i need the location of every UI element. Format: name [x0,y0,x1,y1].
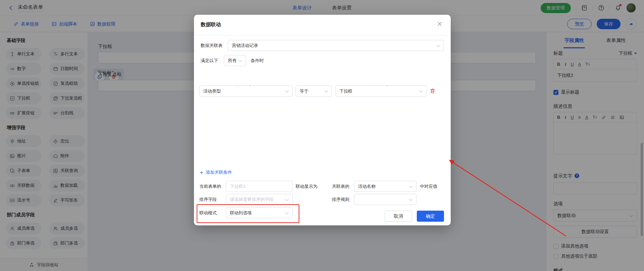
modal-title: 数据联动 [201,21,221,28]
divider [194,35,451,35]
condition-form-field-select[interactable]: 下拉框 [335,86,427,97]
chevron-down-icon [285,197,289,201]
match-prefix-label: 满足以下 [201,55,218,66]
form-designer-app: 未命名表单 表单设计表单设置 数据管理 表单链接后端脚本数据权限 预览 保存 基… [0,0,644,271]
sort-field-select[interactable]: 请选择需要排序的字段 [226,194,293,205]
condition-operator-select[interactable]: 等于 [296,86,332,97]
current-form-field-input[interactable] [226,181,293,192]
current-form-label: 当前表单的 [199,181,221,192]
chevron-down-icon [285,89,289,92]
match-mode-select[interactable]: 所有 [224,55,246,66]
chevron-down-icon [238,58,242,62]
display-as-label: 联动显示为 [296,181,317,192]
cancel-button[interactable]: 取消 [385,211,412,222]
delete-condition-button[interactable] [430,88,436,94]
confirm-button[interactable]: 确定 [417,211,444,222]
display-field-select[interactable]: 活动名称 [354,181,416,192]
sort-rule-label: 排序规则 [332,194,349,205]
chevron-down-icon [419,89,423,92]
match-suffix-label: 条件时 [251,55,264,66]
related-table-of-label: 关联表的 [332,181,349,192]
chevron-down-icon [409,184,412,187]
related-table-label: 数据关联表 [201,40,222,51]
chevron-down-icon [324,89,328,92]
linkage-mode-select[interactable]: 联动到选项 [226,207,293,218]
corresponding-value-label: 中对应值 [420,181,437,192]
modal-close-button[interactable] [437,21,444,28]
add-condition-link[interactable]: 添加关联条件 [199,169,232,175]
close-icon [437,21,443,27]
data-linkage-modal: 数据联动 数据关联表 营销活动记录 满足以下 所有 条件时 关联表字段 当前表单… [194,15,451,225]
condition-table-field-select[interactable]: 活动类型 [199,86,293,97]
linkage-mode-label: 联动模式 [199,207,217,218]
related-table-select[interactable]: 营销活动记录 [228,40,444,51]
chevron-down-icon [409,197,412,201]
plus-icon [199,170,204,175]
sort-rule-select[interactable] [354,194,416,205]
chevron-down-icon [436,43,440,47]
sort-field-label: 排序字段 [199,194,217,205]
chevron-down-icon [285,210,289,214]
